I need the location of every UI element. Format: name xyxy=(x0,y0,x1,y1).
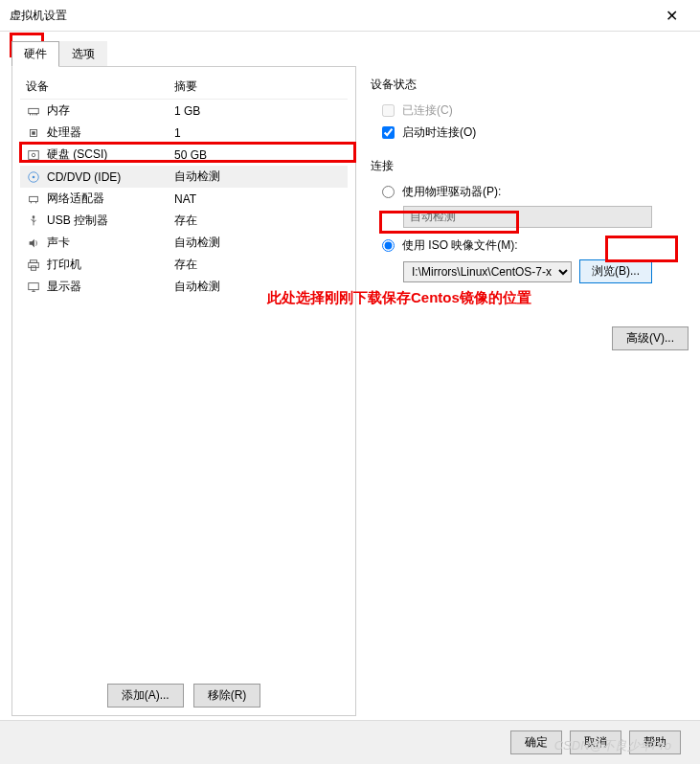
device-summary: 存在 xyxy=(174,213,197,229)
device-name: 显示器 xyxy=(47,279,174,295)
device-name: CD/DVD (IDE) xyxy=(47,170,174,184)
display-icon xyxy=(26,281,41,294)
cancel-button[interactable]: 取消 xyxy=(570,730,621,754)
usb-icon xyxy=(26,214,41,228)
device-summary: NAT xyxy=(174,192,196,206)
sound-icon xyxy=(26,236,41,250)
device-row[interactable]: CD/DVD (IDE)自动检测 xyxy=(20,166,348,188)
use-physical-label: 使用物理驱动器(P): xyxy=(402,184,501,200)
connect-power-label: 启动时连接(O) xyxy=(402,124,476,141)
disk-icon xyxy=(26,148,41,162)
svg-point-10 xyxy=(33,175,35,178)
device-summary: 自动检测 xyxy=(174,279,220,295)
device-row[interactable]: 网络适配器NAT xyxy=(20,188,348,210)
device-status-title: 设备状态 xyxy=(371,77,689,93)
device-name: 声卡 xyxy=(47,235,174,251)
use-iso-label: 使用 ISO 映像文件(M): xyxy=(402,237,518,254)
add-button[interactable]: 添加(A)... xyxy=(107,684,184,708)
device-header: 设备 摘要 xyxy=(20,75,348,100)
window-title: 虚拟机设置 xyxy=(10,8,67,24)
use-iso-radio-row[interactable]: 使用 ISO 映像文件(M): xyxy=(382,237,689,254)
cpu-icon xyxy=(26,126,41,140)
svg-rect-11 xyxy=(30,196,38,201)
dialog-footer: 确定 取消 帮助 xyxy=(0,720,700,764)
device-row[interactable]: 打印机存在 xyxy=(20,254,348,276)
advanced-button[interactable]: 高级(V)... xyxy=(612,326,689,350)
device-row[interactable]: 内存1 GB xyxy=(20,100,348,122)
svg-point-8 xyxy=(32,153,35,157)
device-summary: 1 GB xyxy=(174,104,200,118)
svg-rect-0 xyxy=(29,108,39,113)
col-device: 设备 xyxy=(26,79,174,95)
remove-button[interactable]: 移除(R) xyxy=(193,684,261,708)
device-list-panel: 设备 摘要 内存1 GB处理器1硬盘 (SCSI)50 GBCD/DVD (ID… xyxy=(11,66,356,716)
device-summary: 存在 xyxy=(174,257,197,273)
device-name: 处理器 xyxy=(47,124,174,141)
device-row[interactable]: 声卡自动检测 xyxy=(20,232,348,254)
tabs: 硬件 选项 xyxy=(0,32,700,67)
tab-hardware[interactable]: 硬件 xyxy=(11,41,59,67)
connected-label: 已连接(C) xyxy=(402,102,453,119)
browse-button[interactable]: 浏览(B)... xyxy=(579,259,652,283)
device-list: 内存1 GB处理器1硬盘 (SCSI)50 GBCD/DVD (IDE)自动检测… xyxy=(20,100,348,676)
connect-power-checkbox-row[interactable]: 启动时连接(O) xyxy=(382,124,689,141)
network-icon xyxy=(26,192,41,206)
connected-checkbox xyxy=(382,104,395,117)
device-summary: 1 xyxy=(174,126,181,140)
close-button[interactable]: ✕ xyxy=(652,6,690,25)
ok-button[interactable]: 确定 xyxy=(510,730,562,754)
device-summary: 自动检测 xyxy=(174,235,220,251)
use-physical-radio-row[interactable]: 使用物理驱动器(P): xyxy=(382,184,689,200)
device-name: 内存 xyxy=(47,102,174,119)
connection-group: 连接 使用物理驱动器(P): 自动检测 使用 ISO 映像文件(M): I:\M… xyxy=(371,158,689,350)
help-button[interactable]: 帮助 xyxy=(629,730,681,754)
svg-rect-6 xyxy=(32,131,35,135)
connection-title: 连接 xyxy=(371,158,689,174)
annotation-text: 此处选择刚刚下载保存Centos镜像的位置 xyxy=(267,289,689,307)
device-row[interactable]: USB 控制器存在 xyxy=(20,210,348,232)
physical-drive-select: 自动检测 xyxy=(403,206,652,228)
printer-icon xyxy=(26,258,41,272)
device-name: 打印机 xyxy=(47,257,174,273)
device-summary: 自动检测 xyxy=(174,169,220,185)
cd-icon xyxy=(26,170,41,184)
use-physical-radio[interactable] xyxy=(382,186,395,198)
device-row[interactable]: 硬盘 (SCSI)50 GB xyxy=(20,144,348,166)
device-name: 硬盘 (SCSI) xyxy=(47,146,174,163)
tab-options[interactable]: 选项 xyxy=(59,41,107,67)
device-name: 网络适配器 xyxy=(47,191,174,207)
svg-rect-19 xyxy=(29,262,39,267)
use-iso-radio[interactable] xyxy=(382,239,395,252)
svg-rect-7 xyxy=(29,150,39,159)
iso-path-select[interactable]: I:\Mirrors\Linux\CentOS-7-x8 xyxy=(403,261,572,282)
device-summary: 50 GB xyxy=(174,148,207,162)
connect-power-checkbox[interactable] xyxy=(382,126,395,139)
device-status-group: 设备状态 已连接(C) 启动时连接(O) xyxy=(371,77,689,141)
connected-checkbox-row: 已连接(C) xyxy=(382,102,689,119)
col-summary: 摘要 xyxy=(174,79,197,95)
memory-icon xyxy=(26,104,41,118)
device-name: USB 控制器 xyxy=(47,213,174,229)
right-panel: 设备状态 已连接(C) 启动时连接(O) 连接 使用物理驱动器(P): 自 xyxy=(371,67,689,716)
device-row[interactable]: 处理器1 xyxy=(20,122,348,144)
svg-rect-21 xyxy=(29,282,39,289)
